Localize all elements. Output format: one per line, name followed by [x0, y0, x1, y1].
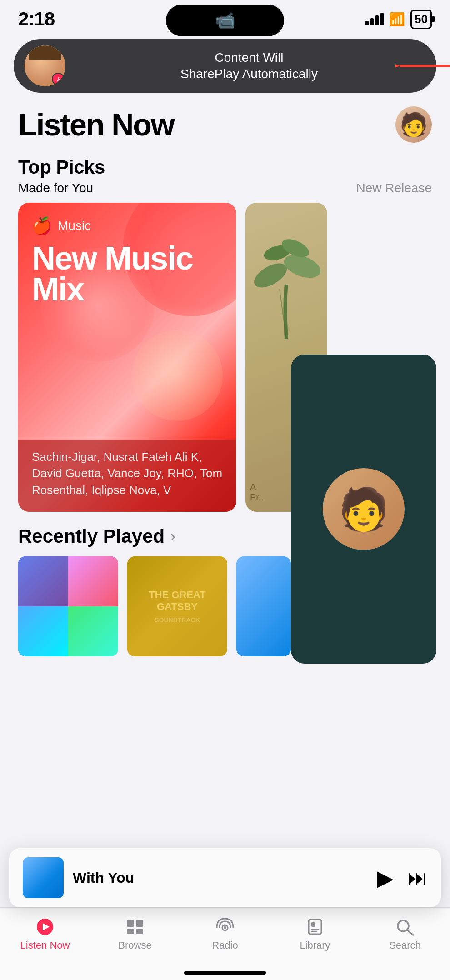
battery-indicator: 50	[410, 10, 432, 29]
status-time: 2:18	[18, 8, 55, 30]
status-bar: 2:18 📹 📶 50	[0, 0, 450, 35]
album-art-partial[interactable]	[236, 556, 291, 656]
signal-bar-4	[380, 13, 384, 25]
svg-point-13	[224, 926, 226, 929]
new-music-mix-card[interactable]: 🍎 Music New Music Mix Sachin-Jigar, Nusr…	[18, 203, 236, 512]
facetime-icon: 📹	[215, 11, 235, 30]
browse-icon	[124, 918, 146, 936]
plant-svg	[250, 221, 323, 339]
shareplay-title: Content Will SharePlay Automatically	[73, 50, 425, 83]
page-title: Listen Now	[18, 107, 174, 142]
library-icon	[304, 918, 326, 936]
tab-library[interactable]: Library	[270, 915, 360, 951]
top-picks-section: Top Picks	[0, 147, 450, 181]
mini-player-artwork	[23, 857, 64, 898]
shareplay-avatar: ♪	[25, 45, 65, 86]
album-grid-4	[68, 606, 118, 656]
battery-level: 50	[415, 12, 428, 26]
gatsby-art: THE GREATGATSBY SOUNDTRACK	[149, 589, 205, 624]
album-grid-3	[18, 606, 68, 656]
user-avatar[interactable]: 🧑	[395, 106, 432, 143]
dynamic-island: 📹	[166, 5, 284, 36]
album-grid-2	[68, 556, 118, 606]
wifi-icon: 📶	[389, 12, 405, 27]
tab-radio[interactable]: Radio	[180, 915, 270, 951]
music-badge: ♪	[52, 73, 65, 85]
apple-music-label: Music	[58, 219, 91, 233]
mini-player-song-title: With You	[73, 870, 368, 886]
tab-new-release[interactable]: New Release	[356, 181, 432, 195]
signal-bar-2	[370, 18, 374, 25]
tab-library-label: Library	[300, 940, 330, 951]
facetime-memoji: 🧑	[338, 485, 389, 533]
facetime-overlay-card[interactable]: 🧑	[291, 355, 436, 664]
page-header: Listen Now 🧑	[0, 97, 450, 147]
signal-bars	[365, 13, 384, 25]
tab-search[interactable]: Search	[360, 915, 450, 951]
user-avatar-memoji: 🧑	[400, 111, 428, 138]
mini-player-controls: ▶ ⏭	[377, 865, 427, 890]
apple-logo-icon: 🍎	[32, 216, 52, 235]
status-right: 📶 50	[365, 10, 432, 29]
music-card-overlay: Sachin-Jigar, Nusrat Fateh Ali K, David …	[18, 440, 236, 512]
memoji-hair	[29, 45, 61, 60]
svg-rect-10	[127, 929, 134, 934]
mini-player[interactable]: With You ▶ ⏭	[9, 848, 441, 907]
svg-rect-15	[311, 922, 315, 927]
album-grid-1	[18, 556, 68, 606]
search-icon	[394, 918, 416, 936]
recently-played-title: Recently Played	[18, 525, 165, 547]
gatsby-subtitle: SOUNDTRACK	[149, 616, 205, 624]
red-blob-3	[132, 330, 223, 421]
tab-bar: Listen Now Browse Radio	[0, 907, 450, 980]
dynamic-island-container: 📹	[166, 5, 284, 36]
apple-music-logo: 🍎 Music	[32, 216, 223, 235]
tab-browse[interactable]: Browse	[90, 915, 180, 951]
section-tabs: Made for You New Release	[0, 181, 450, 203]
facetime-user-avatar: 🧑	[323, 468, 405, 550]
tab-made-for-you[interactable]: Made for You	[18, 181, 93, 195]
tab-radio-label: Radio	[212, 940, 238, 951]
forward-button[interactable]: ⏭	[407, 866, 427, 889]
shareplay-banner[interactable]: ♪ Content Will SharePlay Automatically	[14, 39, 436, 93]
tab-browse-label: Browse	[118, 940, 151, 951]
svg-rect-8	[127, 920, 134, 927]
gatsby-title: THE GREATGATSBY	[149, 589, 205, 613]
red-arrow-icon	[395, 52, 450, 80]
music-note-icon: ♪	[56, 75, 60, 83]
top-picks-title: Top Picks	[18, 156, 105, 178]
play-button[interactable]: ▶	[377, 865, 394, 890]
card-artists: Sachin-Jigar, Nusrat Fateh Ali K, David …	[32, 449, 223, 498]
listen-now-icon	[34, 918, 56, 936]
tab-listen-now-label: Listen Now	[20, 940, 70, 951]
card-title: New Music Mix	[32, 243, 223, 305]
radio-icon	[214, 918, 236, 936]
svg-line-19	[407, 930, 413, 935]
home-indicator	[184, 971, 266, 975]
svg-rect-9	[136, 920, 143, 927]
recently-played-chevron[interactable]: ›	[170, 527, 175, 546]
signal-bar-1	[365, 21, 369, 25]
svg-rect-11	[136, 929, 143, 934]
shareplay-text: Content Will SharePlay Automatically	[73, 50, 425, 83]
tab-listen-now[interactable]: Listen Now	[0, 915, 90, 951]
tab-search-label: Search	[389, 940, 421, 951]
album-art-gatsby[interactable]: THE GREATGATSBY SOUNDTRACK	[127, 556, 227, 656]
album-art-collage[interactable]	[18, 556, 118, 656]
signal-bar-3	[375, 15, 379, 25]
